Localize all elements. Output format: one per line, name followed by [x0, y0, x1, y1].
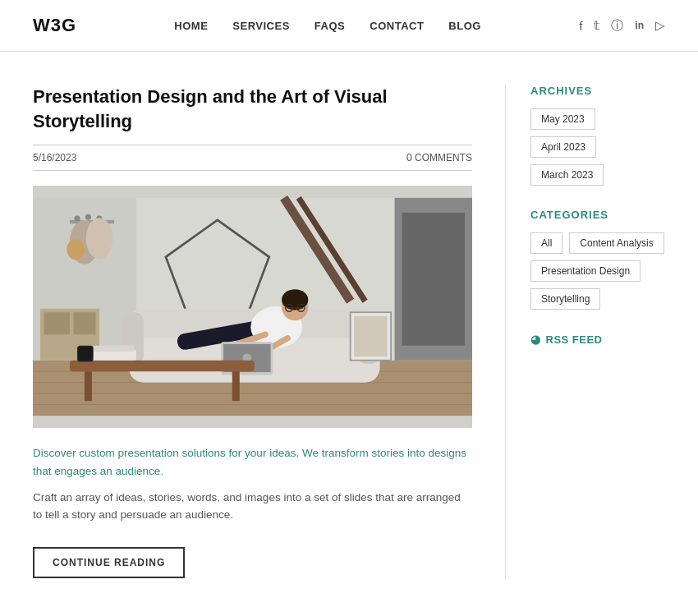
article-body: Craft an array of ideas, stories, words,…: [33, 489, 472, 524]
svg-rect-43: [94, 346, 134, 352]
article-title: Presentation Design and the Art of Visua…: [33, 85, 472, 133]
svg-rect-47: [354, 316, 387, 356]
twitter-icon[interactable]: 𝕥: [594, 18, 599, 33]
svg-rect-42: [92, 350, 136, 361]
nav-blog[interactable]: BLOG: [448, 20, 481, 32]
article-date: 5/16/2023: [33, 152, 76, 163]
nav-contact[interactable]: CONTACT: [370, 20, 424, 32]
categories-section: CATEGORIES All Content Analysis Presenta…: [530, 209, 665, 310]
nav-faqs[interactable]: FAQS: [315, 20, 345, 32]
main-content: Presentation Design and the Art of Visua…: [33, 85, 472, 578]
archive-tags: May 2023 April 2023 March 2023: [530, 108, 665, 186]
page-wrapper: Presentation Design and the Art of Visua…: [0, 52, 698, 611]
rss-section: ◕ RSS FEED: [530, 333, 665, 346]
facebook-icon[interactable]: f: [579, 19, 582, 33]
category-storytelling[interactable]: Storytelling: [530, 288, 600, 310]
site-header: W3G HOME SERVICES FAQS CONTACT BLOG f 𝕥 …: [0, 0, 698, 52]
nav-home[interactable]: HOME: [174, 20, 208, 32]
svg-point-8: [74, 216, 80, 222]
category-all[interactable]: All: [530, 232, 563, 254]
svg-point-13: [67, 240, 85, 260]
svg-rect-22: [402, 213, 465, 346]
svg-point-12: [86, 218, 113, 260]
svg-rect-39: [70, 361, 255, 371]
svg-rect-41: [232, 372, 240, 402]
rss-feed-link[interactable]: ◕ RSS FEED: [530, 333, 665, 346]
category-content-analysis[interactable]: Content Analysis: [569, 232, 664, 254]
svg-rect-16: [73, 313, 95, 335]
svg-rect-40: [85, 372, 92, 402]
categories-title: CATEGORIES: [530, 209, 665, 221]
archives-title: ARCHIVES: [530, 85, 665, 97]
svg-rect-15: [44, 313, 69, 335]
logo[interactable]: W3G: [33, 15, 76, 36]
article-comments: 0 COMMENTS: [406, 152, 472, 163]
archive-tag-apr2023[interactable]: April 2023: [530, 136, 596, 158]
svg-point-9: [85, 214, 91, 220]
main-nav: HOME SERVICES FAQS CONTACT BLOG: [174, 20, 481, 32]
archives-section: ARCHIVES May 2023 April 2023 March 2023: [530, 85, 665, 186]
linkedin-icon[interactable]: in: [635, 20, 644, 31]
rss-icon: ◕: [530, 333, 541, 346]
instagram-icon[interactable]: ⓘ: [611, 18, 623, 34]
article-excerpt: Discover custom presentation solutions f…: [33, 444, 472, 480]
archive-tag-mar2023[interactable]: March 2023: [530, 164, 604, 186]
article-image: [33, 186, 472, 428]
svg-rect-45: [78, 347, 93, 361]
category-tags: All Content Analysis Presentation Design…: [530, 232, 665, 310]
social-icons: f 𝕥 ⓘ in ▷: [579, 18, 665, 34]
category-presentation-design[interactable]: Presentation Design: [530, 260, 641, 282]
sidebar: ARCHIVES May 2023 April 2023 March 2023 …: [505, 85, 665, 578]
archive-tag-may2023[interactable]: May 2023: [530, 108, 595, 130]
continue-reading-button[interactable]: CONTINUE READING: [33, 547, 185, 578]
article-meta: 5/16/2023 0 COMMENTS: [33, 145, 472, 171]
youtube-icon[interactable]: ▷: [655, 18, 665, 33]
rss-label: RSS FEED: [546, 333, 603, 346]
nav-services[interactable]: SERVICES: [232, 20, 290, 32]
